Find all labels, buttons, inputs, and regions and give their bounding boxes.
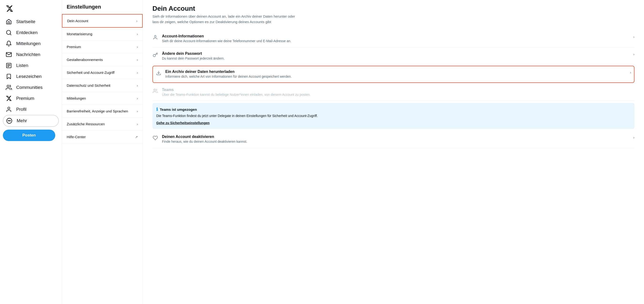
page-subtitle: Sieh dir Informationen über deinen Accou… — [152, 14, 295, 24]
settings-item-premium[interactable]: Premium › — [62, 40, 143, 53]
main-item-desc-deaktivieren: Finde heraus, wie du deinen Account deak… — [162, 139, 630, 144]
x-premium-icon — [6, 95, 12, 102]
svg-point-11 — [10, 120, 10, 121]
chevron-right-icon: › — [137, 84, 138, 88]
teams-notice-link[interactable]: Gehe zu Sicherheitseinstellungen — [156, 121, 210, 125]
communities-icon — [6, 84, 12, 90]
chevron-right-icon: › — [137, 109, 138, 113]
svg-line-1 — [10, 34, 11, 35]
settings-item-label-zusaetzliche: Zusätzliche Ressourcen — [67, 122, 105, 126]
heart-icon — [152, 135, 158, 141]
chevron-right-icon: › — [137, 45, 138, 49]
sidebar-item-mitteilungen[interactable]: Mitteilungen — [3, 38, 59, 49]
sidebar-item-premium[interactable]: Premium — [3, 93, 59, 104]
settings-item-label-gestalterabonnements: Gestalterabonnements — [67, 58, 103, 62]
mail-icon — [6, 52, 12, 58]
search-icon — [6, 30, 12, 36]
svg-point-9 — [8, 120, 8, 121]
settings-item-zusaetzliche[interactable]: Zusätzliche Ressourcen › — [62, 118, 143, 130]
settings-item-mitteilungen[interactable]: Mitteilungen › — [62, 92, 143, 105]
sidebar-label-mehr: Mehr — [17, 118, 27, 124]
settings-item-label-dein-account: Dein Account — [67, 19, 88, 23]
settings-item-monetarisierung[interactable]: Monetarisierung › — [62, 28, 143, 40]
teams-notice: ℹ Teams ist umgezogen Die Teams-Funktion… — [152, 103, 634, 129]
main-item-title-archiv: Ein Archiv deiner Daten herunterladen — [165, 70, 626, 74]
settings-item-label-monetarisierung: Monetarisierung — [67, 32, 92, 36]
settings-item-label-barrierefreiheit: Barrierefreiheit, Anzeige und Sprachen — [67, 109, 128, 113]
main-item-passwort[interactable]: Ändere dein Passwort Du kannst dein Pass… — [152, 48, 634, 65]
sidebar-item-entdecken[interactable]: Entdecken — [3, 27, 59, 38]
page-title: Dein Account — [152, 5, 634, 12]
settings-item-dein-account[interactable]: Dein Account › — [62, 14, 143, 28]
chevron-right-icon: › — [630, 70, 631, 74]
info-icon: ℹ — [156, 107, 158, 112]
svg-point-6 — [7, 85, 9, 87]
settings-item-sicherheit[interactable]: Sicherheit und Account-Zugriff › — [62, 66, 143, 79]
main-item-title-teams: Teams — [162, 88, 634, 92]
sidebar-item-communities[interactable]: Communities — [3, 82, 59, 93]
chevron-right-icon: › — [137, 71, 138, 74]
chevron-right-icon: › — [136, 19, 138, 23]
sidebar-item-startseite[interactable]: Startseite — [3, 16, 59, 27]
settings-item-label-mitteilungen: Mitteilungen — [67, 96, 86, 100]
settings-item-label-premium: Premium — [67, 45, 81, 49]
settings-item-barrierefreiheit[interactable]: Barrierefreiheit, Anzeige und Sprachen › — [62, 105, 143, 118]
post-button[interactable]: Posten — [3, 130, 55, 141]
more-circle-icon — [6, 118, 12, 124]
person-icon — [6, 106, 12, 112]
settings-item-label-sicherheit: Sicherheit und Account-Zugriff — [67, 70, 114, 74]
main-item-title-passwort: Ändere dein Passwort — [162, 52, 630, 56]
key-icon — [152, 52, 158, 58]
bell-icon — [6, 40, 12, 47]
list-icon — [6, 62, 12, 68]
sidebar: Startseite Entdecken Mitteilungen Nachri… — [0, 0, 62, 304]
main-item-deaktivieren[interactable]: Deinen Account deaktivieren Finde heraus… — [152, 131, 634, 148]
sidebar-label-mitteilungen: Mitteilungen — [16, 41, 40, 46]
main-item-archiv[interactable]: Ein Archiv deiner Daten herunterladen In… — [152, 66, 634, 83]
download-icon — [156, 70, 162, 76]
chevron-right-icon: › — [633, 52, 634, 56]
chevron-right-icon: › — [137, 122, 138, 126]
x-logo[interactable] — [3, 3, 59, 15]
settings-item-label-datenschutz: Datenschutz und Sicherheit — [67, 84, 110, 88]
sidebar-item-listen[interactable]: Listen — [3, 60, 59, 71]
sidebar-label-communities: Communities — [16, 85, 43, 90]
sidebar-label-profil: Profil — [16, 107, 26, 112]
sidebar-label-entdecken: Entdecken — [16, 30, 38, 35]
home-icon — [6, 18, 12, 25]
sidebar-label-lesezeichen: Lesezeichen — [16, 74, 42, 79]
main-item-account-info[interactable]: Account-Informationen Sieh dir deine Acc… — [152, 30, 634, 48]
chevron-right-icon: › — [633, 35, 634, 39]
chevron-right-icon: › — [137, 58, 138, 62]
main-item-desc-passwort: Du kannst dein Passwort jederzeit ändern… — [162, 56, 630, 61]
sidebar-label-premium: Premium — [16, 96, 34, 101]
person-outline-icon — [152, 34, 158, 40]
bookmark-icon — [6, 74, 12, 80]
settings-column: Einstellungen Dein Account › Monetarisie… — [62, 0, 143, 304]
svg-point-12 — [154, 36, 156, 37]
teams-notice-header: ℹ Teams ist umgezogen — [156, 107, 631, 112]
sidebar-item-lesezeichen[interactable]: Lesezeichen — [3, 71, 59, 82]
sidebar-item-profil[interactable]: Profil — [3, 104, 59, 115]
settings-item-datenschutz[interactable]: Datenschutz und Sicherheit › — [62, 79, 143, 92]
main-item-content-archiv: Ein Archiv deiner Daten herunterladen In… — [165, 70, 626, 79]
chevron-right-icon: › — [137, 32, 138, 36]
sidebar-label-nachrichten: Nachrichten — [16, 52, 40, 57]
svg-point-7 — [8, 107, 10, 109]
main-item-desc-teams: Über die Teams-Funktion kannst du belieb… — [162, 92, 634, 97]
main-item-content-passwort: Ändere dein Passwort Du kannst dein Pass… — [162, 52, 630, 61]
main-item-title-account-info: Account-Informationen — [162, 34, 630, 38]
svg-point-10 — [9, 120, 10, 121]
svg-point-14 — [154, 89, 156, 91]
main-item-teams: Teams Über die Teams-Funktion kannst du … — [152, 84, 634, 101]
chevron-right-icon: › — [633, 136, 634, 139]
main-item-desc-archiv: Informiere dich, welche Art von Informat… — [165, 74, 626, 79]
teams-icon — [152, 88, 158, 94]
settings-item-gestalterabonnements[interactable]: Gestalterabonnements › — [62, 53, 143, 66]
sidebar-item-nachrichten[interactable]: Nachrichten — [3, 49, 59, 60]
settings-item-hilfe[interactable]: Hilfe-Center ↗ — [62, 130, 143, 144]
sidebar-item-mehr[interactable]: Mehr — [3, 115, 59, 127]
teams-notice-text: Die Teams-Funktion findest du jetzt unte… — [156, 114, 631, 118]
external-link-icon: ↗ — [135, 135, 138, 139]
main-item-content-account-info: Account-Informationen Sieh dir deine Acc… — [162, 34, 630, 44]
